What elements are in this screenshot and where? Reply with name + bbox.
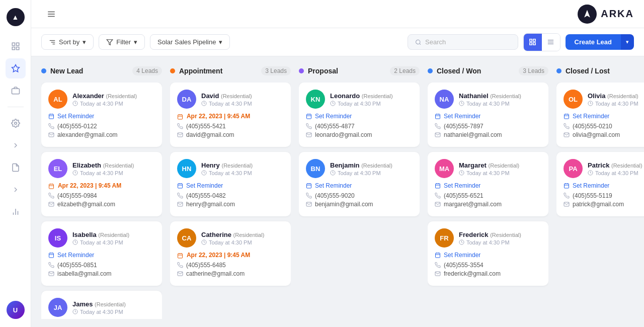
- card-david[interactable]: DA David (Residential) Today at 4:30 PM …: [170, 83, 291, 147]
- card-header: HN Henry (Residential) Today at 4:30 PM: [177, 159, 284, 178]
- card-avatar: IS: [48, 228, 67, 248]
- search-icon: [415, 39, 421, 46]
- clock-icon: [459, 170, 464, 176]
- card-name: Elizabeth (Residential): [72, 161, 134, 169]
- card-info: Patrick (Residential) Today at 4:30 PM: [588, 161, 642, 176]
- svg-rect-63: [307, 114, 311, 119]
- card-reminder[interactable]: Set Reminder: [48, 113, 155, 120]
- card-avatar: HN: [177, 159, 196, 178]
- card-james[interactable]: JA James (Residential) Today at 4:30 PM …: [41, 291, 162, 319]
- svg-marker-4: [12, 65, 19, 72]
- filter-button[interactable]: Filter ▾: [99, 34, 145, 50]
- sidebar: ▲ U: [0, 0, 31, 327]
- sidebar-divider: [8, 107, 24, 107]
- sort-icon: [49, 39, 56, 46]
- card-phone: (405)555-7897: [435, 123, 541, 130]
- card-reminder[interactable]: Set Reminder: [306, 182, 413, 189]
- card-name: James (Residential): [72, 300, 126, 308]
- card-reminder[interactable]: Set Reminder: [435, 252, 541, 259]
- card-reminder[interactable]: Set Reminder: [306, 113, 413, 120]
- card-leonardo[interactable]: KN Leonardo (Residential) Today at 4:30 …: [299, 83, 420, 147]
- calendar-icon: [177, 114, 183, 120]
- svg-rect-58: [178, 254, 183, 258]
- card-time: Today at 4:30 PM: [588, 101, 638, 107]
- card-reminder[interactable]: Set Reminder: [564, 113, 644, 120]
- card-avatar: NA: [435, 90, 454, 109]
- phone-icon: [48, 262, 54, 268]
- clock-icon: [72, 101, 78, 106]
- card-avatar: AL: [48, 90, 67, 109]
- sidebar-item-settings[interactable]: [6, 113, 26, 133]
- clock-icon: [72, 170, 78, 176]
- reminder-icon: [435, 113, 441, 119]
- card-olivia[interactable]: OL Olivia (Residential) Today at 4:30 PM…: [556, 83, 644, 147]
- card-phone: (405)555-6521: [435, 192, 541, 199]
- sidebar-item-leads[interactable]: [6, 58, 26, 78]
- card-email: elizabeth@gmail.com: [48, 201, 155, 208]
- list-view-button[interactable]: [542, 34, 560, 51]
- hamburger-button[interactable]: [41, 4, 61, 24]
- email-icon: [177, 132, 183, 138]
- card-alexander[interactable]: AL Alexander (Residential) Today at 4:30…: [41, 83, 162, 147]
- clock-icon: [330, 170, 336, 176]
- column-cards-proposal: KN Leonardo (Residential) Today at 4:30 …: [299, 83, 420, 319]
- search-input[interactable]: [425, 38, 511, 46]
- reminder-icon: [48, 113, 54, 119]
- card-nathaniel[interactable]: NA Nathaniel (Residential) Today at 4:30…: [428, 83, 548, 147]
- card-isabella[interactable]: IS Isabella (Residential) Today at 4:30 …: [41, 221, 162, 286]
- sidebar-item-jobs[interactable]: [6, 80, 26, 101]
- card-benjamin[interactable]: BN Benjamin (Residential) Today at 4:30 …: [299, 152, 420, 216]
- card-email: margaret@gmail.com: [435, 201, 541, 208]
- card-catherine[interactable]: CA Catherine (Residential) Today at 4:30…: [170, 221, 291, 286]
- sort-button[interactable]: Sort by ▾: [41, 34, 94, 50]
- card-elizabeth[interactable]: EL Elizabeth (Residential) Today at 4:30…: [41, 152, 162, 216]
- svg-rect-68: [307, 184, 311, 188]
- card-email: alexander@gmail.com: [48, 131, 155, 138]
- card-margaret[interactable]: MA Margaret (Residential) Today at 4:30 …: [428, 152, 548, 216]
- pipeline-button[interactable]: Solar Sales Pipeline ▾: [150, 34, 230, 50]
- kanban-view-button[interactable]: [524, 34, 542, 51]
- create-lead-button[interactable]: Create Lead: [566, 34, 621, 50]
- sidebar-item-expand2[interactable]: [6, 180, 26, 200]
- svg-rect-38: [49, 253, 54, 258]
- svg-rect-22: [533, 43, 535, 45]
- card-type: (Residential): [103, 162, 134, 169]
- sidebar-item-reports[interactable]: [6, 202, 26, 222]
- user-avatar[interactable]: U: [7, 301, 25, 319]
- card-reminder[interactable]: Set Reminder: [435, 113, 541, 120]
- card-henry[interactable]: HN Henry (Residential) Today at 4:30 PM …: [170, 152, 291, 216]
- card-reminder[interactable]: Set Reminder: [177, 182, 284, 189]
- card-phone: (405)555-0210: [564, 123, 644, 130]
- pipeline-label: Solar Sales Pipeline: [157, 38, 216, 46]
- sidebar-item-expand1[interactable]: [6, 135, 26, 155]
- phone-icon: [177, 262, 183, 268]
- email-icon: [435, 132, 441, 138]
- email-icon: [435, 271, 441, 277]
- create-lead-dropdown-button[interactable]: ▾: [621, 34, 634, 50]
- column-dot: [170, 68, 175, 73]
- email-icon: [177, 201, 183, 207]
- card-header: NA Nathaniel (Residential) Today at 4:30…: [435, 90, 541, 109]
- card-reminder[interactable]: Set Reminder: [48, 252, 155, 259]
- card-time: Today at 4:30 PM: [330, 170, 392, 176]
- main-content: ARKA Sort by ▾ Filter ▾ Solar Sales Pipe…: [31, 0, 644, 327]
- card-email: frederick@gmail.com: [435, 270, 541, 277]
- card-frederick[interactable]: FR Frederick (Residential) Today at 4:30…: [428, 221, 548, 286]
- card-patrick[interactable]: PA Patrick (Residential) Today at 4:30 P…: [556, 152, 644, 216]
- svg-rect-53: [178, 184, 183, 188]
- card-type: (Residential): [233, 232, 265, 238]
- search-bar[interactable]: [408, 34, 518, 50]
- sidebar-item-dashboard[interactable]: [6, 36, 26, 56]
- card-time: Today at 4:30 PM: [588, 170, 642, 176]
- sort-chevron: ▾: [83, 38, 86, 46]
- reminder-icon: [48, 252, 54, 258]
- reminder-icon: [177, 183, 183, 189]
- card-reminder[interactable]: Set Reminder: [564, 182, 644, 189]
- card-reminder[interactable]: Set Reminder: [435, 182, 541, 189]
- email-icon: [48, 132, 54, 138]
- calendar-icon: [48, 183, 54, 189]
- card-info: Nathaniel (Residential) Today at 4:30 PM: [459, 92, 521, 107]
- card-time: Today at 4:30 PM: [72, 170, 134, 176]
- sidebar-item-documents[interactable]: [6, 157, 26, 178]
- svg-rect-48: [178, 115, 183, 119]
